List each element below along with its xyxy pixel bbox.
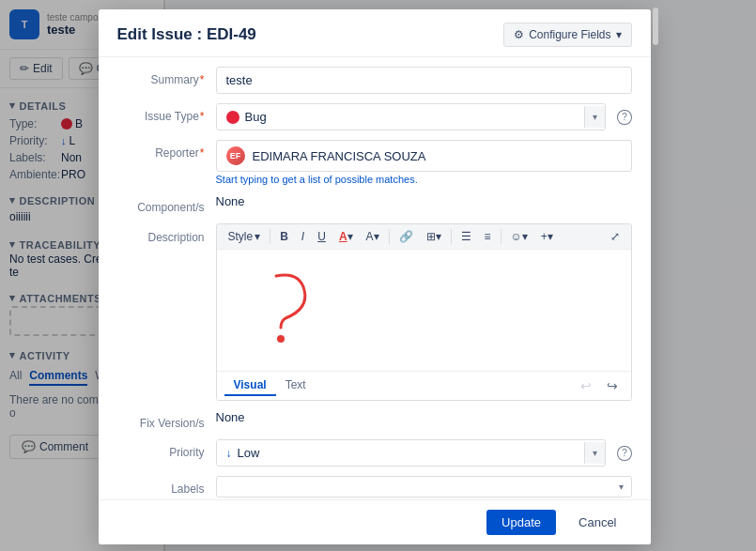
scrollbar-thumb [653,8,658,45]
priority-help-icon[interactable]: ? [617,446,631,461]
undo-button[interactable]: ↩ [575,376,597,395]
help-icon[interactable]: ? [617,110,631,125]
priority-label: Priority [117,439,216,459]
modal-footer: Update Cancel [99,499,651,544]
link-button[interactable]: 🔗 [393,228,419,245]
svg-point-2 [277,335,285,343]
labels-label: Labels [117,476,216,496]
emoji-button[interactable]: ☺▾ [505,228,533,245]
priority-control: ↓ Low ▾ ? [216,439,632,467]
description-label: Description [117,223,216,244]
bug-type-icon [226,111,239,124]
issue-type-select[interactable]: Bug ▾ [216,103,607,130]
modal-header: Edit Issue : EDI-49 ⚙ Configure Fields ▾ [99,9,651,57]
toolbar-divider-3 [451,229,452,244]
bullet-list-button[interactable]: ☰ [455,228,477,245]
reporter-name: EDIMARA FRANCISCA SOUZA [253,149,426,163]
component-value: None [216,189,245,208]
description-editor: Style ▾ B I U A▾ A▾ 🔗 ⊞▾ [216,223,632,401]
toolbar-divider [270,229,270,244]
style-label: Style [228,230,254,243]
component-label: Component/s [117,194,216,214]
priority-value: Low [238,446,260,460]
toolbar-divider-2 [389,229,390,244]
priority-level-icon: ↓ [226,447,232,460]
tab-visual[interactable]: Visual [224,375,276,396]
edit-issue-modal: Edit Issue : EDI-49 ⚙ Configure Fields ▾… [99,9,651,544]
reporter-avatar: EF [226,146,245,165]
priority-left: ↓ Low [217,440,585,466]
issue-type-dropdown-arrow[interactable]: ▾ [584,106,605,128]
reporter-control: EF EDIMARA FRANCISCA SOUZA Start typing … [216,140,632,185]
modal-title: Edit Issue : EDI-49 [117,25,256,44]
reporter-hint: Start typing to get a list of possible m… [216,174,632,185]
tab-text[interactable]: Text [276,375,316,396]
font-size-button[interactable]: A▾ [361,228,385,245]
fix-version-control: None [216,410,632,424]
labels-select[interactable]: ▾ [216,476,632,497]
ordered-list-button[interactable]: ≡ [479,228,497,245]
fix-version-row: Fix Version/s None [117,410,632,430]
summary-control [216,67,632,94]
issue-type-row: Issue Type Bug ▾ ? [117,103,632,130]
editor-history: ↩ ↪ [575,376,624,395]
description-control: Style ▾ B I U A▾ A▾ 🔗 ⊞▾ [216,223,632,401]
summary-label: Summary [117,67,216,86]
expand-button[interactable]: ⤢ [605,228,625,245]
redo-button[interactable]: ↪ [601,376,624,395]
fix-version-label: Fix Version/s [117,410,216,430]
issue-type-left: Bug [217,104,585,130]
labels-control: ▾ Begin typing to find and create labels… [216,476,632,499]
modal-overlay: Edit Issue : EDI-49 ⚙ Configure Fields ▾… [0,0,756,551]
issue-type-label: Issue Type [117,103,216,123]
reporter-row: Reporter EF EDIMARA FRANCISCA SOUZA Star… [117,140,632,185]
description-row: Description Style ▾ B I U A▾ [117,223,632,401]
fix-version-value: None [216,405,245,424]
description-drawing [224,257,337,360]
more-button[interactable]: +▾ [535,228,559,245]
table-button[interactable]: ⊞▾ [421,228,447,245]
summary-input[interactable] [216,67,632,94]
priority-dropdown-arrow[interactable]: ▾ [584,442,605,464]
reporter-input[interactable]: EF EDIMARA FRANCISCA SOUZA [216,140,632,172]
toolbar-divider-4 [501,229,501,244]
labels-row: Labels ▾ Begin typing to find and create… [117,476,632,499]
editor-tab-group: Visual Text [224,375,316,396]
component-control: None [216,194,632,208]
editor-tabs: Visual Text ↩ ↪ [217,371,631,400]
underline-button[interactable]: U [312,228,332,245]
editor-toolbar: Style ▾ B I U A▾ A▾ 🔗 ⊞▾ [217,224,631,250]
issue-type-control: Bug ▾ ? [216,103,632,130]
reporter-label: Reporter [117,140,216,160]
style-dropdown[interactable]: Style ▾ [223,228,267,245]
text-color-button[interactable]: A▾ [333,228,359,245]
chevron-down-icon: ▾ [616,28,622,41]
bold-button[interactable]: B [274,228,294,245]
summary-row: Summary [117,67,632,94]
cancel-button[interactable]: Cancel [563,510,631,535]
issue-type-text: Bug [245,110,267,124]
labels-chevron-icon: ▾ [619,482,624,492]
priority-select[interactable]: ↓ Low ▾ [216,439,607,467]
priority-row: Priority ↓ Low ▾ ? [117,439,632,467]
configure-fields-button[interactable]: ⚙ Configure Fields ▾ [503,23,631,47]
style-chevron-icon: ▾ [255,230,260,243]
modal-body: Summary Issue Type Bug ▾ ? [99,57,651,499]
editor-content[interactable] [217,250,631,371]
italic-button[interactable]: I [296,228,310,245]
update-button[interactable]: Update [486,510,556,535]
gear-icon: ⚙ [514,28,524,41]
component-row: Component/s None [117,194,632,214]
